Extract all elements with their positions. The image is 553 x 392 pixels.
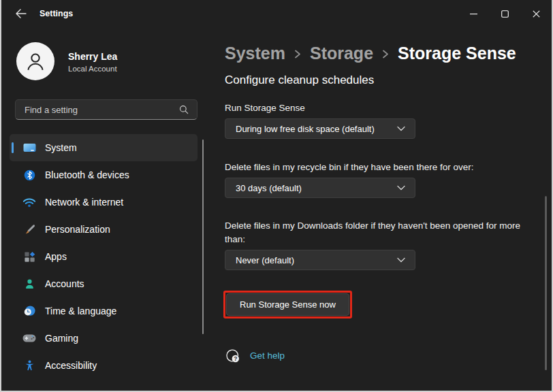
breadcrumb: System Storage Storage Sense bbox=[225, 41, 516, 65]
sidebar-item-label: System bbox=[45, 142, 77, 153]
dropdown-value: 30 days (default) bbox=[236, 183, 302, 193]
get-help-row: ? Get help bbox=[225, 348, 285, 363]
sidebar-item-bluetooth-devices[interactable]: Bluetooth & devices bbox=[10, 161, 198, 189]
chevron-right-icon bbox=[294, 47, 301, 59]
selected-accent-pill bbox=[12, 142, 14, 153]
person-icon bbox=[22, 278, 36, 290]
window-title: Settings bbox=[40, 9, 73, 18]
sidebar-item-label: Apps bbox=[45, 251, 67, 262]
close-icon bbox=[533, 10, 540, 18]
search-box bbox=[15, 99, 198, 120]
section-title: Configure cleanup schedules bbox=[225, 74, 374, 87]
sidebar-item-apps[interactable]: Apps bbox=[10, 243, 198, 270]
sidebar-item-label: Network & internet bbox=[45, 197, 123, 208]
minimize-button[interactable] bbox=[458, 0, 489, 27]
sidebar-nav: System Bluetooth & devices Network & int… bbox=[10, 134, 198, 379]
accessibility-icon bbox=[22, 359, 36, 372]
search-icon[interactable] bbox=[179, 105, 189, 114]
search-input[interactable] bbox=[16, 105, 179, 115]
sidebar-item-personalization[interactable]: Personalization bbox=[10, 216, 198, 243]
breadcrumb-storage[interactable]: Storage bbox=[310, 44, 373, 63]
main-scrollbar[interactable] bbox=[545, 196, 547, 370]
settings-window: Settings Sherry Lea bbox=[0, 0, 553, 392]
window-controls bbox=[458, 0, 552, 27]
sidebar-item-gaming[interactable]: Gaming bbox=[10, 325, 198, 352]
downloads-folder-dropdown[interactable]: Never (default) bbox=[225, 250, 415, 270]
chevron-down-icon bbox=[397, 126, 405, 131]
page-title: Storage Sense bbox=[398, 44, 516, 63]
sidebar-item-network-internet[interactable]: Network & internet bbox=[10, 189, 198, 216]
bluetooth-icon bbox=[22, 169, 36, 181]
recycle-bin-dropdown[interactable]: 30 days (default) bbox=[225, 178, 415, 198]
close-button[interactable] bbox=[520, 0, 552, 27]
user-name: Sherry Lea bbox=[68, 51, 117, 62]
sidebar-item-system[interactable]: System bbox=[10, 134, 198, 161]
chevron-down-icon bbox=[397, 257, 405, 263]
sidebar-item-accessibility[interactable]: Accessibility bbox=[10, 352, 198, 379]
sidebar-item-label: Accessibility bbox=[45, 360, 97, 371]
avatar bbox=[16, 42, 54, 80]
sidebar-item-accounts[interactable]: Accounts bbox=[10, 270, 198, 297]
downloads-folder-label: Delete files in my Downloads folder if t… bbox=[225, 219, 533, 246]
apps-grid-icon bbox=[22, 250, 36, 263]
dropdown-value: During low free disk space (default) bbox=[236, 124, 375, 134]
sidebar-scrollbar[interactable] bbox=[202, 140, 204, 334]
run-storage-sense-label: Run Storage Sense bbox=[225, 101, 305, 115]
title-bar: Settings bbox=[1, 0, 552, 27]
red-highlight-box: Run Storage Sense now bbox=[223, 291, 352, 318]
gamepad-icon bbox=[22, 332, 36, 344]
sidebar-item-label: Bluetooth & devices bbox=[45, 169, 129, 180]
system-monitor-icon bbox=[22, 142, 36, 154]
breadcrumb-system[interactable]: System bbox=[225, 44, 285, 63]
chevron-right-icon bbox=[382, 47, 389, 59]
back-button[interactable] bbox=[11, 5, 31, 22]
sidebar-item-time-language[interactable]: Time & language bbox=[10, 297, 198, 325]
person-outline-icon bbox=[24, 50, 47, 73]
svg-text:?: ? bbox=[234, 355, 237, 362]
run-storage-sense-now-button[interactable]: Run Storage Sense now bbox=[226, 293, 349, 316]
user-account-type: Local Account bbox=[68, 65, 117, 73]
chevron-down-icon bbox=[397, 185, 405, 191]
brush-icon bbox=[22, 223, 36, 235]
sidebar-item-label: Gaming bbox=[45, 333, 78, 344]
clock-globe-icon bbox=[22, 305, 36, 317]
maximize-button[interactable] bbox=[489, 0, 520, 27]
recycle-bin-label: Delete files in my recycle bin if they h… bbox=[225, 161, 473, 174]
sidebar-item-label: Personalization bbox=[45, 224, 110, 235]
help-question-icon: ? bbox=[225, 348, 240, 363]
maximize-icon bbox=[501, 10, 509, 18]
wifi-icon bbox=[22, 196, 36, 208]
minimize-icon bbox=[470, 10, 477, 18]
sidebar-item-label: Accounts bbox=[45, 278, 84, 289]
get-help-link[interactable]: Get help bbox=[250, 350, 285, 361]
back-arrow-icon bbox=[15, 8, 27, 19]
run-storage-sense-dropdown[interactable]: During low free disk space (default) bbox=[225, 118, 415, 139]
sidebar-item-label: Time & language bbox=[45, 306, 116, 316]
dropdown-value: Never (default) bbox=[236, 255, 294, 265]
